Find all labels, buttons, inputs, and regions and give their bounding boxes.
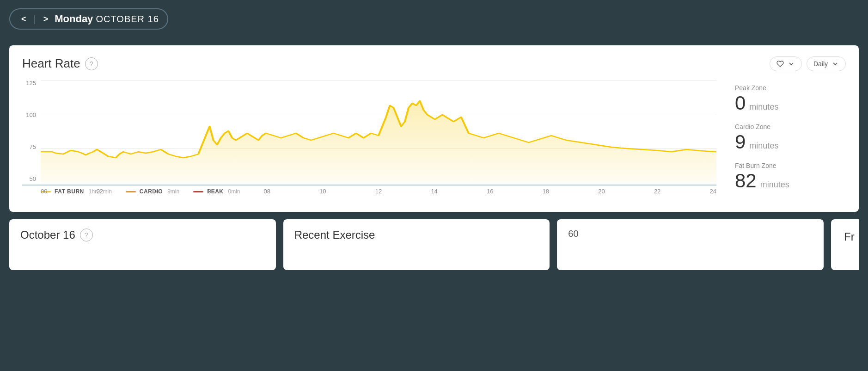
- stats-controls: Daily: [735, 56, 846, 71]
- nav-divider: |: [34, 14, 36, 25]
- chevron-down-icon: [788, 60, 795, 68]
- fat-burn-zone-value: 82 minutes: [735, 171, 846, 191]
- fat-burn-zone-number: 82: [735, 171, 757, 191]
- next-day-button[interactable]: >: [41, 14, 51, 24]
- heart-rate-svg: [41, 80, 716, 182]
- x-label-04: 04: [152, 186, 159, 195]
- cardio-zone-unit: minutes: [749, 141, 778, 151]
- peak-zone-label: Peak Zone: [735, 84, 846, 92]
- y-label-100: 100: [22, 112, 36, 118]
- fat-burn-zone-unit: minutes: [760, 180, 789, 190]
- x-label-10: 10: [319, 186, 326, 195]
- fat-burn-zone-stat: Fat Burn Zone 82 minutes: [735, 162, 846, 191]
- partial-right-card: Fr: [831, 219, 859, 270]
- fat-burn-zone-label: Fat Burn Zone: [735, 162, 846, 169]
- period-button[interactable]: Daily: [807, 56, 846, 71]
- cardio-zone-stat: Cardio Zone 9 minutes: [735, 123, 846, 152]
- peak-zone-stat: Peak Zone 0 minutes: [735, 84, 846, 113]
- number-card: 60: [557, 219, 824, 270]
- x-label-08: 08: [264, 186, 270, 195]
- heart-type-button[interactable]: [770, 56, 802, 71]
- peak-zone-unit: minutes: [749, 102, 778, 112]
- x-label-00: 00: [41, 186, 47, 195]
- recent-exercise-card: Recent Exercise: [283, 219, 550, 270]
- stats-section: Daily Peak Zone 0 minutes Cardio Zone 9: [735, 56, 846, 201]
- peak-zone-value: 0 minutes: [735, 93, 846, 113]
- y-label-50: 50: [22, 176, 36, 182]
- recent-exercise-title-text: Recent Exercise: [294, 229, 375, 241]
- heart-rate-chart: 125 100 75 50: [22, 80, 716, 182]
- chart-section: Heart Rate ? 125 100 75 50: [22, 56, 716, 195]
- heart-rate-title: Heart Rate: [22, 56, 80, 71]
- x-label-14: 14: [431, 186, 437, 195]
- top-bar: < | > Monday OCTOBER 16: [0, 0, 868, 38]
- october-16-card: October 16 ?: [9, 219, 276, 270]
- x-label-18: 18: [543, 186, 549, 195]
- x-axis: 00 02 04 06 08 10 12 14 16 18 20 22 24: [22, 185, 716, 195]
- y-label-75: 75: [22, 144, 36, 150]
- october-16-card-title: October 16 ?: [20, 229, 265, 241]
- period-label: Daily: [813, 60, 828, 68]
- x-label-06: 06: [208, 186, 214, 195]
- heart-icon: [776, 60, 784, 68]
- october-16-title-text: October 16: [20, 229, 75, 241]
- grid-line-50: [41, 182, 716, 182]
- date-title: Monday OCTOBER 16: [55, 13, 159, 25]
- october-16-help-icon[interactable]: ?: [80, 229, 93, 241]
- heart-rate-help-icon[interactable]: ?: [85, 57, 98, 70]
- main-content: Heart Rate ? 125 100 75 50: [0, 38, 868, 278]
- x-label-16: 16: [487, 186, 493, 195]
- chart-plot: [41, 80, 716, 182]
- x-label-02: 02: [97, 186, 103, 195]
- recent-exercise-title: Recent Exercise: [294, 229, 539, 241]
- cardio-zone-number: 9: [735, 132, 746, 152]
- peak-zone-number: 0: [735, 93, 746, 113]
- cardio-zone-value: 9 minutes: [735, 132, 846, 152]
- bottom-cards: October 16 ? Recent Exercise 60 Fr: [9, 219, 859, 270]
- y-axis: 125 100 75 50: [22, 80, 41, 182]
- number-card-value: 60: [568, 229, 813, 239]
- x-label-12: 12: [375, 186, 382, 195]
- prev-day-button[interactable]: <: [18, 14, 29, 24]
- x-label-22: 22: [654, 186, 660, 195]
- x-label-24: 24: [710, 186, 716, 195]
- cardio-zone-label: Cardio Zone: [735, 123, 846, 130]
- x-label-20: 20: [598, 186, 605, 195]
- card-header: Heart Rate ?: [22, 56, 716, 71]
- period-chevron-icon: [831, 60, 839, 68]
- heart-rate-card: Heart Rate ? 125 100 75 50: [9, 45, 859, 212]
- partial-card-text: Fr: [844, 230, 855, 243]
- y-label-125: 125: [22, 80, 36, 86]
- date-navigation: < | > Monday OCTOBER 16: [9, 8, 168, 30]
